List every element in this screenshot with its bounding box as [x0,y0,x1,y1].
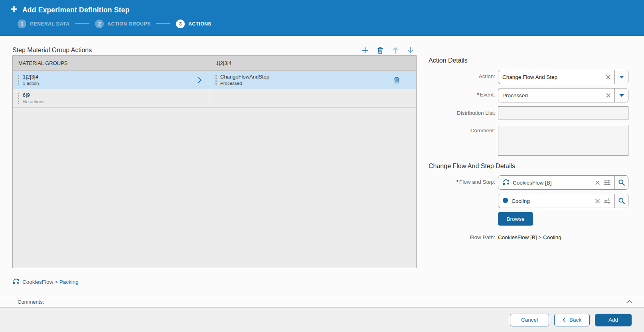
flow-search-field: CookiesFlow [B] [498,175,628,190]
step-value: Cooling [512,198,592,204]
action-combobox-input[interactable]: Change Flow And Step [498,70,614,84]
drag-handle[interactable] [18,93,19,104]
table-row[interactable]: 1|2|3|4 1 action ChangeFlowAndStep Proce… [13,71,416,89]
clear-icon[interactable] [606,93,611,98]
section-title: Step Material Group Actions [12,47,92,54]
material-group-cell[interactable]: 1|2|3|4 1 action [13,71,210,89]
chevron-down-icon [619,94,624,97]
action-name: ChangeFlowAndStep [220,74,269,80]
comment-textarea[interactable] [498,125,628,156]
change-flow-and-step-heading: Change Flow And Step Details [429,163,644,170]
distribution-list-form-row: Distribution List: [417,106,644,120]
required-marker: * [477,92,479,98]
step-number-badge: 3 [176,20,185,28]
cancel-button[interactable]: Cancel [510,314,549,326]
step-label: ACTION GROUPS [107,21,150,27]
clear-icon[interactable] [595,180,600,185]
distribution-list-label: Distribution List: [417,106,495,116]
delete-row-action-button[interactable] [393,76,400,85]
comments-bar: Comments: [0,296,644,308]
step-number-badge: 2 [95,20,104,28]
step-label: ACTIONS [188,21,211,27]
flow-path-row: Flow Path: CookiesFlow [B] > Cooling [417,234,644,240]
flow-breadcrumb-label: CookiesFlow > Packing [22,279,79,285]
material-group-summary: 1 action [23,81,39,86]
chevron-down-icon [619,76,624,79]
main-content: Step Material Group Actions [0,36,644,296]
flow-breadcrumb-link[interactable]: CookiesFlow > Packing [12,278,79,286]
step-material-group-actions-section: Step Material Group Actions [12,36,417,286]
step-label: GENERAL DATA [30,21,69,27]
table-row[interactable]: 6|9 No actions [13,89,416,108]
flow-path-value: CookiesFlow [B] > Cooling [498,234,561,240]
action-dropdown-button[interactable] [614,70,628,84]
event-combobox: Processed [498,88,628,102]
step-search-button[interactable] [614,194,628,208]
wizard-steps: 1 GENERAL DATA 2 ACTION GROUPS 3 ACTIONS [18,20,644,28]
step-search-field: Cooling [498,194,628,208]
comments-label: Comments: [18,299,44,305]
dialog-header: Add Experiment Definition Step 1 GENERAL… [0,0,644,36]
action-cell[interactable] [210,89,416,107]
move-up-button[interactable] [391,46,400,55]
action-combobox: Change Flow And Step [498,70,628,84]
wizard-step-general-data[interactable]: 1 GENERAL DATA [18,20,69,28]
flow-value: CookiesFlow [B] [513,180,592,186]
step-circle-icon [502,197,508,205]
event-label: *Event: [417,88,495,98]
material-group-summary: No actions [23,99,44,104]
flow-search-button[interactable] [614,176,628,189]
add-button[interactable]: Add [595,314,632,326]
flow-icon [502,179,510,187]
wizard-step-actions[interactable]: 3 ACTIONS [176,20,211,28]
drag-handle[interactable] [215,75,217,85]
action-event: Processed [220,81,269,86]
required-marker: * [456,179,458,185]
collapse-comments-button[interactable] [626,300,632,304]
column-header-actions: 1|2|3|4 [210,56,416,71]
drag-handle[interactable] [18,75,19,85]
delete-action-button[interactable] [376,46,385,55]
flow-form-row: *Flow and Step: CookiesFlow [B] [417,175,644,190]
wizard-step-action-groups[interactable]: 2 ACTION GROUPS [95,20,150,28]
clear-icon[interactable] [595,198,600,204]
value-help-sliders-icon[interactable] [603,179,611,186]
step-form-row: Cooling [417,194,644,208]
column-header-material-groups: MATERIAL GROUPS [13,56,210,71]
flow-search-input[interactable]: CookiesFlow [B] [498,176,614,189]
add-icon [10,5,18,15]
flow-icon [12,278,20,286]
action-value: Change Flow And Step [502,74,603,80]
material-group-name: 6|9 [23,92,44,98]
action-form-row: Action: Change Flow And Step [417,70,644,84]
actions-toolbar [361,46,417,55]
step-number-badge: 1 [18,20,26,28]
browse-button[interactable]: Browse [498,212,533,226]
move-down-button[interactable] [406,46,415,55]
chevron-up-icon [626,300,632,304]
search-icon [618,179,625,186]
comment-label: Comment: [417,125,495,134]
action-details-panel: Action Details Action: Change Flow And S… [417,36,644,296]
value-help-sliders-icon[interactable] [603,198,611,204]
footer-actions: Cancel Back Add [0,308,644,332]
chevron-right-icon[interactable] [198,77,202,85]
material-group-name: 1|2|3|4 [23,74,39,80]
action-cell[interactable]: ChangeFlowAndStep Processed [210,71,416,89]
table-header-row: MATERIAL GROUPS 1|2|3|4 [13,56,416,71]
distribution-list-input[interactable] [498,106,628,120]
chevron-left-icon [563,317,566,322]
add-action-button[interactable] [361,46,369,55]
comment-form-row: Comment: [417,125,644,156]
clear-icon[interactable] [606,75,611,80]
event-form-row: *Event: Processed [417,88,644,102]
flow-path-label: Flow Path: [417,234,495,240]
material-groups-table: MATERIAL GROUPS 1|2|3|4 1|2|3|4 1 action [12,55,417,268]
back-button[interactable]: Back [554,314,590,326]
material-group-cell[interactable]: 6|9 No actions [13,89,210,107]
event-dropdown-button[interactable] [614,88,628,102]
search-icon [618,197,625,204]
step-search-input[interactable]: Cooling [498,194,614,208]
flow-and-step-label: *Flow and Step: [417,175,495,185]
event-combobox-input[interactable]: Processed [498,88,614,102]
